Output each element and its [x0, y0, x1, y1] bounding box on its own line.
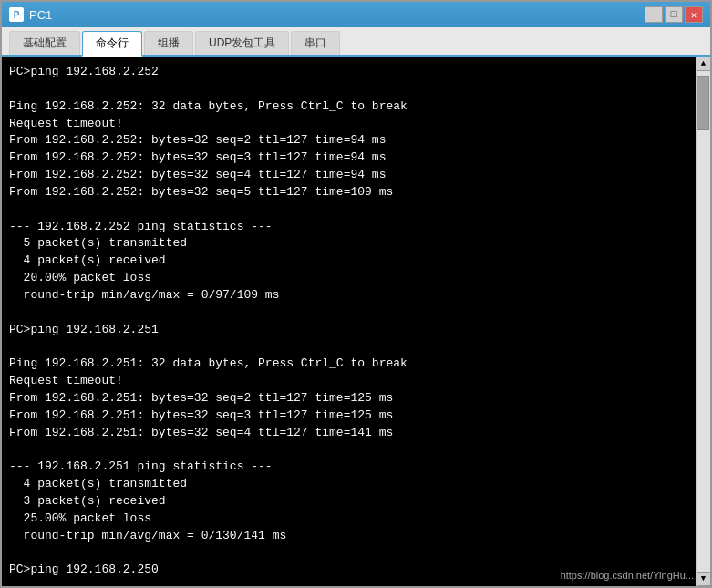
- window-icon: P: [9, 7, 24, 22]
- tab-group[interactable]: 组播: [144, 31, 193, 55]
- scrollbar-track-area: [697, 71, 710, 572]
- maximize-button[interactable]: □: [665, 6, 683, 23]
- main-window: P PC1 — □ ✕ 基础配置 命令行 组播 UDP发包工具 串口 PC>pi…: [0, 0, 712, 588]
- tab-cmd[interactable]: 命令行: [82, 31, 142, 57]
- scrollbar[interactable]: ▲ ▼: [696, 57, 710, 586]
- minimize-button[interactable]: —: [645, 6, 663, 23]
- tab-bar: 基础配置 命令行 组播 UDP发包工具 串口: [2, 27, 710, 57]
- watermark: https://blog.csdn.net/YingHu...: [561, 570, 694, 581]
- content-area: PC>ping 192.168.2.252 Ping 192.168.2.252…: [2, 57, 710, 586]
- title-bar-left: P PC1: [9, 7, 52, 22]
- title-bar: P PC1 — □ ✕: [2, 2, 710, 27]
- title-buttons: — □ ✕: [645, 6, 703, 23]
- tab-basic[interactable]: 基础配置: [9, 31, 80, 55]
- scrollbar-thumb[interactable]: [697, 76, 709, 130]
- scrollbar-up-button[interactable]: ▲: [697, 57, 711, 71]
- close-button[interactable]: ✕: [685, 6, 703, 23]
- tab-udp[interactable]: UDP发包工具: [195, 31, 289, 55]
- scrollbar-down-button[interactable]: ▼: [697, 572, 711, 586]
- terminal-output[interactable]: PC>ping 192.168.2.252 Ping 192.168.2.252…: [2, 57, 696, 586]
- window-title: PC1: [29, 8, 52, 22]
- tab-serial[interactable]: 串口: [291, 31, 340, 55]
